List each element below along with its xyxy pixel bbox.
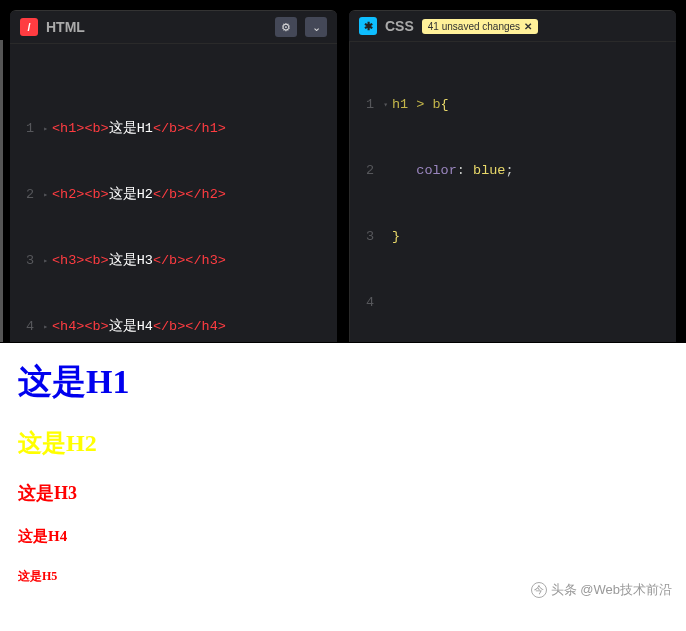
settings-button[interactable]: ⚙: [275, 17, 297, 37]
watermark: 今 头条 @Web技术前沿: [531, 581, 672, 599]
unsaved-text: 41 unsaved changes: [428, 21, 520, 32]
output-h2: 这是H2: [18, 427, 668, 459]
css-panel: ✱ CSS 41 unsaved changes ✕ 1▾h1 > b{ 2 c…: [349, 10, 676, 342]
css-badge-icon: ✱: [359, 17, 377, 35]
gear-icon: ⚙: [281, 21, 291, 34]
output-pane: 这是H1 这是H2 这是H3 这是H4 这是H5 今 头条 @Web技术前沿: [0, 342, 686, 631]
html-badge-icon: /: [20, 18, 38, 36]
css-panel-title: CSS: [385, 18, 414, 34]
unsaved-changes-badge[interactable]: 41 unsaved changes ✕: [422, 19, 538, 34]
output-h3: 这是H3: [18, 481, 668, 505]
html-code-editor[interactable]: 1▸<h1><b>这是H1</b></h1> 2▸<h2><b>这是H2</b>…: [10, 44, 337, 342]
output-h4: 这是H4: [18, 527, 668, 546]
html-panel-header: / HTML ⚙ ⌄: [10, 11, 337, 44]
html-panel-title: HTML: [46, 19, 85, 35]
collapse-button[interactable]: ⌄: [305, 17, 327, 37]
html-panel: / HTML ⚙ ⌄ 1▸<h1><b>这是H1</b></h1> 2▸<h2>…: [10, 10, 337, 342]
css-code-editor[interactable]: 1▾h1 > b{ 2 color: blue; 3} 4 5▾:where(h…: [349, 42, 676, 342]
watermark-icon: 今: [531, 582, 547, 598]
close-icon[interactable]: ✕: [524, 21, 532, 32]
css-panel-header: ✱ CSS 41 unsaved changes ✕: [349, 11, 676, 42]
watermark-text: 头条 @Web技术前沿: [551, 581, 672, 599]
editor-area: / HTML ⚙ ⌄ 1▸<h1><b>这是H1</b></h1> 2▸<h2>…: [0, 0, 686, 342]
chevron-down-icon: ⌄: [312, 21, 321, 34]
output-h1: 这是H1: [18, 359, 668, 405]
